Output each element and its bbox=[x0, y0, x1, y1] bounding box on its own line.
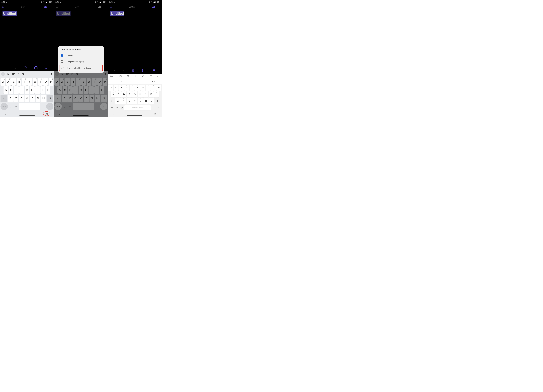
more-dots-icon[interactable]: ••• bbox=[46, 73, 48, 75]
key-h[interactable]: H bbox=[30, 86, 34, 94]
key-r[interactable]: 4R bbox=[124, 84, 129, 91]
enter-key[interactable]: ↵ bbox=[156, 106, 161, 109]
panel-icon[interactable] bbox=[110, 6, 112, 8]
key-y[interactable]: Y6 bbox=[27, 78, 32, 86]
key-n[interactable]: N bbox=[36, 95, 40, 102]
key-r[interactable]: R4 bbox=[17, 78, 21, 86]
gif-icon[interactable]: GIF bbox=[110, 75, 114, 77]
key-o[interactable]: O9 bbox=[43, 78, 48, 86]
shift-key[interactable] bbox=[108, 98, 115, 104]
numbers-key[interactable]: 123 bbox=[108, 107, 114, 109]
key-x[interactable]: X bbox=[13, 95, 18, 102]
prev-icon[interactable]: ‹ bbox=[6, 67, 7, 69]
suggestion-1[interactable]: The bbox=[112, 80, 129, 83]
clipboard-icon[interactable] bbox=[127, 75, 129, 77]
key-l[interactable]: )L bbox=[154, 91, 159, 97]
more-icon[interactable]: ⋮ bbox=[49, 5, 52, 8]
page-indicator[interactable]: 1 bbox=[142, 69, 145, 72]
add-icon[interactable] bbox=[24, 66, 27, 69]
suggestion-2[interactable]: I bbox=[129, 80, 145, 83]
document-title[interactable]: Untitled bbox=[2, 11, 17, 16]
prev-icon[interactable]: ‹ bbox=[114, 69, 115, 72]
key-u[interactable]: 7U bbox=[140, 84, 145, 91]
book-icon[interactable] bbox=[152, 6, 155, 8]
gif-icon[interactable]: GIF bbox=[12, 73, 15, 75]
panel-icon[interactable] bbox=[56, 6, 58, 8]
enter-key[interactable] bbox=[46, 103, 53, 110]
nav-down-icon[interactable]: ⌄ bbox=[5, 113, 7, 115]
key-x[interactable]: $X bbox=[121, 98, 126, 104]
key-v[interactable]: V bbox=[24, 95, 29, 102]
page-indicator[interactable]: 1 bbox=[34, 66, 37, 69]
info-icon[interactable] bbox=[150, 75, 152, 77]
key-t[interactable]: 5T bbox=[130, 84, 135, 91]
key-z[interactable]: Z bbox=[8, 95, 13, 102]
menu-icon[interactable]: ☰ bbox=[153, 69, 155, 72]
clipboard-icon[interactable] bbox=[17, 73, 20, 75]
key-c[interactable]: C bbox=[19, 95, 24, 102]
key-t[interactable]: T5 bbox=[22, 78, 27, 86]
key-q[interactable]: Q1 bbox=[0, 78, 5, 86]
more-dots-icon[interactable]: ••• bbox=[157, 75, 159, 77]
key-f[interactable]: F bbox=[19, 86, 24, 94]
dialog-option-swiftkey[interactable]: Microsoft SwiftKey Keyboard bbox=[59, 65, 103, 71]
document-title[interactable]: Untitled bbox=[110, 11, 124, 16]
key-z[interactable]: _Z bbox=[115, 98, 121, 104]
shift-key[interactable] bbox=[0, 95, 7, 102]
numbers-key[interactable]: ?123 bbox=[0, 103, 8, 110]
collapse-icon[interactable]: ‹ bbox=[1, 72, 5, 76]
space-key[interactable] bbox=[19, 103, 40, 110]
key-u[interactable]: U7 bbox=[33, 78, 37, 86]
book-icon[interactable] bbox=[44, 6, 47, 8]
dialog-option-gboard[interactable]: Gboard bbox=[58, 52, 104, 59]
nav-pill[interactable] bbox=[127, 115, 142, 116]
key-e[interactable]: E3 bbox=[11, 78, 16, 86]
key-d[interactable]: D bbox=[14, 86, 19, 94]
sticker-icon[interactable] bbox=[7, 73, 10, 75]
key-w[interactable]: 2W bbox=[114, 84, 119, 91]
nav-pill[interactable] bbox=[19, 115, 34, 116]
key-g[interactable]: G bbox=[25, 86, 29, 94]
settings-icon[interactable] bbox=[22, 73, 24, 75]
key-p[interactable]: P0 bbox=[49, 78, 53, 86]
key-g[interactable]: -G bbox=[132, 91, 137, 97]
key-j[interactable]: J bbox=[35, 86, 40, 94]
key-v[interactable]: 'V bbox=[132, 98, 137, 104]
space-key[interactable]: Microsoft SwiftKey bbox=[124, 105, 151, 110]
expand-icon[interactable]: ⌃⌄ bbox=[108, 79, 112, 84]
more-icon[interactable]: ⋮ bbox=[103, 5, 106, 8]
translate-icon[interactable] bbox=[134, 75, 137, 77]
key-n[interactable]: ;N bbox=[143, 98, 149, 104]
nav-pill[interactable] bbox=[74, 115, 89, 116]
key-i[interactable]: I8 bbox=[38, 78, 43, 86]
mic-icon[interactable] bbox=[51, 73, 53, 75]
key-l[interactable]: L bbox=[46, 86, 51, 94]
backspace-key[interactable] bbox=[155, 98, 161, 104]
keyboard-switch-icon[interactable] bbox=[154, 113, 157, 115]
dialog-option-voice[interactable]: Google Voice Typing bbox=[58, 59, 104, 65]
key-s[interactable]: S bbox=[9, 86, 13, 94]
comma-key[interactable]: , bbox=[8, 103, 13, 110]
more-icon[interactable]: ⋮ bbox=[157, 5, 160, 8]
sticker-icon[interactable] bbox=[119, 75, 122, 77]
period-key[interactable]: !. bbox=[151, 106, 155, 109]
mic-key[interactable]: ,🎤 bbox=[119, 106, 124, 109]
key-p[interactable]: 0P bbox=[156, 84, 161, 91]
document-title[interactable]: Untitled bbox=[57, 11, 71, 16]
key-f[interactable]: *F bbox=[127, 91, 132, 97]
autocorrect-icon[interactable] bbox=[142, 75, 144, 77]
next-icon[interactable]: › bbox=[15, 67, 16, 69]
period-key[interactable]: . bbox=[41, 103, 45, 110]
suggestion-3[interactable]: You bbox=[145, 80, 162, 83]
emoji-key[interactable]: ☺ bbox=[115, 106, 119, 109]
key-d[interactable]: &D bbox=[121, 91, 126, 97]
key-w[interactable]: W2 bbox=[6, 78, 11, 86]
key-i[interactable]: 8I bbox=[146, 84, 151, 91]
key-e[interactable]: 3E bbox=[119, 84, 124, 91]
key-m[interactable]: /M bbox=[149, 98, 154, 104]
book-icon[interactable] bbox=[98, 6, 101, 8]
key-m[interactable]: M bbox=[41, 95, 46, 102]
key-b[interactable]: :B bbox=[138, 98, 143, 104]
key-s[interactable]: #S bbox=[116, 91, 121, 97]
key-o[interactable]: 9O bbox=[151, 84, 156, 91]
